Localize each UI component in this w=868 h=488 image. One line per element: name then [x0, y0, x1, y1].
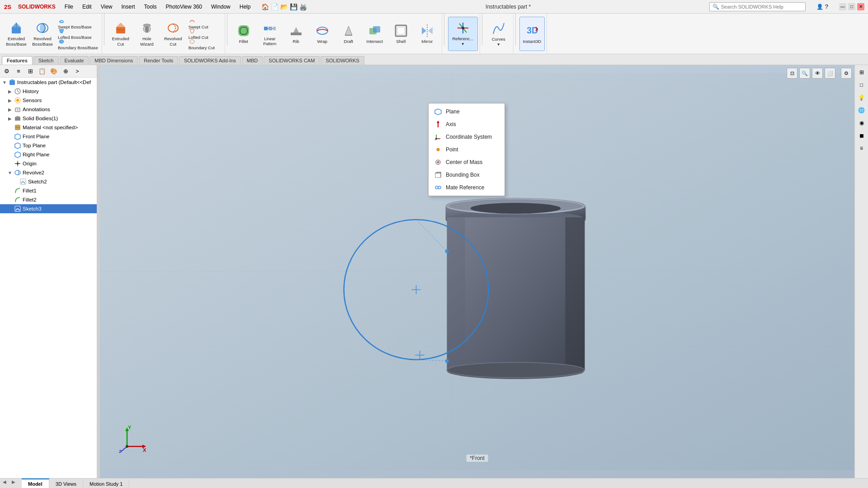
- tree-item-sketch2[interactable]: ▶ Sketch2: [0, 177, 97, 186]
- vp-view-button[interactable]: 👁: [812, 68, 823, 79]
- right-btn-1[interactable]: ⊞: [856, 67, 867, 78]
- fillet-button[interactable]: Fillet: [231, 17, 256, 51]
- menu-item-center-of-mass[interactable]: Center of Mass: [429, 156, 505, 169]
- sidebar-icon-2[interactable]: ≡: [14, 66, 24, 76]
- tree-item-history[interactable]: ▶ History: [0, 87, 97, 96]
- tab-mbd-dimensions[interactable]: MBD Dimensions: [90, 56, 138, 65]
- menu-item-point[interactable]: Point: [429, 143, 505, 156]
- tab-nav-left[interactable]: ◀: [0, 479, 9, 485]
- swept-boss-button[interactable]: Swept Boss/Base: [56, 19, 100, 28]
- instant3d-button[interactable]: 3D Instant3D: [519, 17, 545, 51]
- revolved-cut-button[interactable]: RevolvedCut: [160, 17, 186, 51]
- quick-access-new[interactable]: 📄: [271, 3, 278, 10]
- quick-access-open[interactable]: 📂: [280, 3, 288, 10]
- boundary-boss-button[interactable]: Boundary Boss/Base: [56, 39, 100, 49]
- bottom-tab-model[interactable]: Model: [22, 479, 49, 488]
- right-btn-3[interactable]: 💡: [856, 92, 867, 103]
- tree-item-part-root[interactable]: ▼ Instructables part (Default<<Def: [0, 78, 97, 87]
- tree-item-fillet1[interactable]: ▶ Fillet1: [0, 186, 97, 195]
- menu-help[interactable]: Help: [238, 3, 253, 11]
- tab-render-tools[interactable]: Render Tools: [139, 56, 178, 65]
- tab-features[interactable]: Features: [2, 56, 33, 65]
- boundary-cut-button[interactable]: Boundary Cut: [187, 39, 223, 49]
- expander-part-root[interactable]: ▼: [2, 80, 7, 85]
- draft-button[interactable]: Draft: [336, 17, 361, 51]
- menu-item-bounding-box[interactable]: Bounding Box: [429, 169, 505, 181]
- vp-display-button[interactable]: ⬜: [825, 68, 835, 79]
- quick-access-home[interactable]: 🏠: [261, 3, 269, 10]
- maximize-button[interactable]: □: [848, 3, 855, 10]
- vp-settings-button[interactable]: ⚙: [841, 68, 852, 79]
- search-input[interactable]: [721, 4, 802, 9]
- mirror-button[interactable]: Mirror: [415, 17, 440, 51]
- tab-solidworks-cam[interactable]: SOLIDWORKS CAM: [264, 56, 320, 65]
- menu-file[interactable]: File: [63, 3, 75, 11]
- vp-zoom-button[interactable]: 🔍: [799, 68, 810, 79]
- lofted-cut-button[interactable]: Lofted Cut: [187, 29, 223, 39]
- user-icon[interactable]: 👤: [816, 4, 823, 10]
- bottom-tab-motion-study[interactable]: Motion Study 1: [83, 479, 129, 488]
- tab-solidworks[interactable]: SOLIDWORKS: [321, 56, 364, 65]
- tree-item-front-plane[interactable]: ▶ Front Plane: [0, 132, 97, 141]
- menu-item-plane[interactable]: Plane: [429, 105, 505, 118]
- menu-view[interactable]: View: [99, 3, 114, 11]
- right-btn-4[interactable]: 🌐: [856, 105, 867, 116]
- lofted-boss-button[interactable]: Lofted Boss/Base: [56, 29, 100, 39]
- menu-item-coordinate-system[interactable]: Coordinate System: [429, 131, 505, 143]
- right-btn-2[interactable]: □: [856, 80, 867, 90]
- minimize-button[interactable]: —: [839, 3, 846, 10]
- tree-item-sensors[interactable]: ▶ Sensors: [0, 96, 97, 105]
- sidebar-icon-7[interactable]: >: [72, 66, 82, 76]
- shell-button[interactable]: Shell: [388, 17, 414, 51]
- tree-item-fillet2[interactable]: ▶ Fillet2: [0, 195, 97, 204]
- right-btn-6[interactable]: ◼: [856, 130, 867, 141]
- menu-edit[interactable]: Edit: [80, 3, 94, 11]
- intersect-button[interactable]: Intersect: [362, 17, 387, 51]
- revolved-boss-button[interactable]: RevolvedBoss/Base: [30, 17, 55, 51]
- vp-fit-button[interactable]: ⊡: [787, 68, 797, 79]
- sidebar-icon-1[interactable]: ⚙: [2, 66, 12, 76]
- expander-annotations[interactable]: ▶: [7, 107, 13, 112]
- tab-mbd[interactable]: MBD: [242, 56, 263, 65]
- tree-item-revolve2[interactable]: ▼ Revolve2: [0, 168, 97, 177]
- expander-sensors[interactable]: ▶: [7, 98, 13, 103]
- viewport[interactable]: Y X Z *Front ⊡ 🔍 👁 ⬜: [100, 65, 854, 478]
- extruded-cut-button[interactable]: ExtrudedCut: [108, 17, 133, 51]
- menu-insert[interactable]: Insert: [120, 3, 137, 11]
- right-btn-5[interactable]: ◉: [856, 117, 867, 128]
- curves-button[interactable]: Curves▼: [486, 17, 511, 51]
- hole-wizard-button[interactable]: Hole Wizard: [134, 17, 160, 51]
- tree-item-solid-bodies[interactable]: ▶ Solid Bodies(1): [0, 114, 97, 123]
- tab-evaluate[interactable]: Evaluate: [60, 56, 89, 65]
- swept-cut-button[interactable]: Swept Cut: [187, 19, 223, 28]
- menu-window[interactable]: Window: [209, 3, 232, 11]
- sidebar-icon-5[interactable]: 🎨: [49, 66, 59, 76]
- right-btn-7[interactable]: ≡: [856, 143, 867, 154]
- reference-button[interactable]: Referenc...▼: [448, 17, 478, 51]
- tab-solidworks-addins[interactable]: SOLIDWORKS Add-Ins: [179, 56, 241, 65]
- extruded-boss-button[interactable]: ExtrudedBoss/Base: [4, 17, 29, 51]
- tree-item-top-plane[interactable]: ▶ Top Plane: [0, 141, 97, 150]
- bottom-tab-3d-views[interactable]: 3D Views: [49, 479, 83, 488]
- expander-revolve2[interactable]: ▼: [7, 170, 13, 175]
- tree-item-origin[interactable]: ▶ Origin: [0, 159, 97, 168]
- sidebar-icon-3[interactable]: ⊞: [25, 66, 35, 76]
- help-icon[interactable]: ?: [825, 3, 828, 10]
- sidebar-icon-4[interactable]: 📋: [37, 66, 47, 76]
- menu-item-mate-reference[interactable]: Mate Reference: [429, 181, 505, 194]
- quick-access-print[interactable]: 🖨️: [299, 3, 307, 10]
- close-button[interactable]: ✕: [857, 3, 864, 10]
- menu-item-axis[interactable]: Axis: [429, 118, 505, 131]
- tree-item-sketch3[interactable]: ▶ Sketch3: [0, 204, 97, 213]
- menu-photoview[interactable]: PhotoView 360: [164, 3, 204, 11]
- menu-tools[interactable]: Tools: [142, 3, 159, 11]
- expander-solid-bodies[interactable]: ▶: [7, 116, 13, 121]
- tree-item-material[interactable]: ▶ Material <not specified>: [0, 123, 97, 132]
- expander-history[interactable]: ▶: [7, 89, 13, 94]
- sidebar-icon-6[interactable]: ⊕: [61, 66, 71, 76]
- wrap-button[interactable]: Wrap: [310, 17, 335, 51]
- rib-button[interactable]: Rib: [283, 17, 309, 51]
- tab-nav-right[interactable]: ▶: [9, 479, 18, 485]
- tree-item-annotations[interactable]: ▶ Annotations: [0, 105, 97, 114]
- search-area[interactable]: 🔍: [709, 2, 806, 11]
